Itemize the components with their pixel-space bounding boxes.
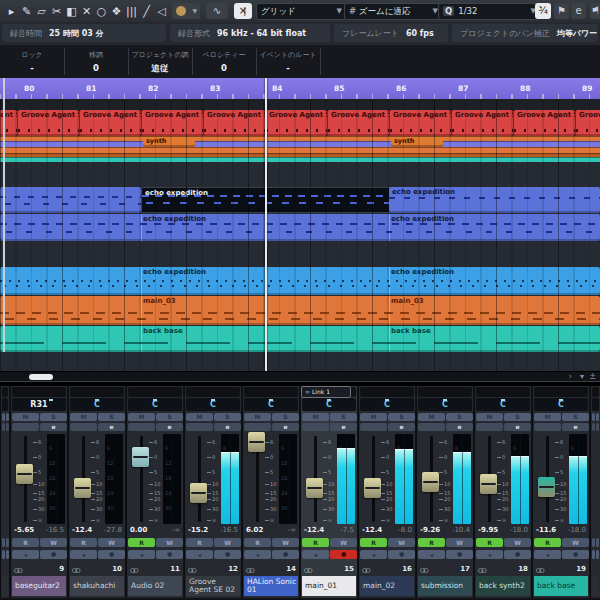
solo-button[interactable]: S [272,413,299,421]
mute-button[interactable] [592,413,595,421]
quantize-dropdown[interactable]: Q1/32▼ [438,3,540,20]
mixer-channel-strip[interactable] [0,386,9,598]
midi-clip[interactable]: echo expeditionecho expedition [0,214,600,241]
monitor-button[interactable]: ◂ [302,550,329,559]
listen-button[interactable] [128,423,155,431]
pan-control[interactable] [592,398,599,411]
read-automation-button[interactable]: R [70,538,97,547]
solo-button[interactable]: S [446,413,473,421]
fader-cap[interactable] [190,483,207,503]
horizontal-scrollbar[interactable]: › ▾ ± [0,371,600,381]
read-automation-button[interactable]: R [12,538,39,547]
mixer-channel-strip[interactable]: R31MSe60510152030∞612182430-5.65-16.5RW◂… [10,386,67,598]
channel-name[interactable]: back base [534,576,588,596]
edit-channel-button[interactable]: e [214,423,241,431]
mute-button[interactable]: M [476,413,503,421]
mixer-channel-strip[interactable]: CMSe60510152030∞612182430-9.26-10.4RW◂●○… [416,386,473,598]
channel-name[interactable]: back synth2 [476,576,530,596]
mute-button[interactable]: M [418,413,445,421]
solo-button[interactable] [596,413,599,421]
pan-control[interactable]: C [476,398,530,411]
edit-channel-button[interactable] [596,423,599,431]
mute-button[interactable]: M [244,413,271,421]
record-arm-button[interactable] [6,550,9,559]
channel-name[interactable]: submission [418,576,472,596]
monitor-button[interactable]: ◂ [70,550,97,559]
solo-button[interactable]: S [504,413,531,421]
monitor-button[interactable]: ◂ [244,550,271,559]
solo-button[interactable] [6,413,9,421]
event-info-item[interactable]: ロック- [0,48,65,75]
scroll-right-icon[interactable]: › [569,372,572,381]
triplet-grid-button[interactable]: ¾ [535,3,551,19]
scrollbar-thumb[interactable] [29,374,53,380]
iterative-quantize-button[interactable]: ⚑ [554,3,569,19]
pan-control[interactable]: R31 [12,398,66,411]
mute-button[interactable]: M [360,413,387,421]
monitor-button[interactable]: ◂ [534,550,561,559]
pan-control[interactable]: C [128,398,182,411]
read-automation-button[interactable]: R [476,538,503,547]
listen-button[interactable] [186,423,213,431]
mute-button[interactable]: M [70,413,97,421]
channel-name[interactable] [592,576,599,596]
record-arm-button[interactable]: ● [562,550,589,559]
solo-button[interactable]: S [40,413,67,421]
midi-clip-synth[interactable]: synth [143,137,195,147]
listen-button[interactable] [302,423,329,431]
zoom-fit-dropdown[interactable]: # ズームに適応▼ [344,3,442,20]
event-info-item[interactable]: プロジェクトの調追従 [128,48,193,75]
write-automation-button[interactable]: W [504,538,531,547]
write-automation-button[interactable]: W [330,538,357,547]
read-automation-button[interactable]: R [128,538,155,547]
comp-tool-icon[interactable]: ||| [124,1,139,23]
record-arm-button[interactable] [596,550,599,559]
draw-tool-icon[interactable]: ✎ [19,1,34,23]
channel-name[interactable]: HALion Sonic 01 [244,576,298,596]
timeline-ruler[interactable]: 80818283848586878889 [0,78,600,101]
audio-clip[interactable]: Groove Agent SE [513,110,575,136]
pan-control[interactable]: C [534,398,588,411]
playhead-cursor[interactable] [265,78,267,371]
mute-tool-icon[interactable]: ✕ [79,1,94,23]
write-automation-button[interactable]: W [214,538,241,547]
read-automation-button[interactable]: R [186,538,213,547]
fader-cap[interactable] [538,477,555,497]
lane-collapsed-4[interactable] [0,157,600,162]
split-tool-icon[interactable]: ✂ [49,1,64,23]
write-automation-button[interactable]: W [388,538,415,547]
mute-button[interactable]: M [128,413,155,421]
listen-button[interactable] [476,423,503,431]
line-tool-icon[interactable]: ╱ [139,1,154,23]
record-arm-button[interactable]: ● [446,550,473,559]
fader-cap[interactable] [16,464,33,484]
monitor-button[interactable] [592,550,595,559]
audio-clip[interactable]: Groove Agent SE [327,110,389,136]
record-arm-button[interactable]: ● [40,550,67,559]
read-automation-button[interactable]: R [244,538,271,547]
edit-channel-button[interactable]: e [98,423,125,431]
midi-clip[interactable] [0,187,141,213]
right-divider-button[interactable]: ⚑ [590,3,600,19]
midi-clip-synth[interactable]: synth [391,137,443,147]
mixer-channel-strip[interactable] [590,386,600,598]
record-arm-button[interactable]: ● [504,550,531,559]
audio-clip[interactable]: Groove Agent SE [265,110,327,136]
channel-name[interactable]: main_02 [360,576,414,596]
erase-tool-icon[interactable]: ▱ [34,1,49,23]
pan-control[interactable]: C [418,398,472,411]
edit-channel-button[interactable]: e [40,423,67,431]
read-automation-button[interactable] [2,538,5,547]
mixer-channel-strip[interactable]: CMSe60510152030∞6121824306.02-∞RW◂●○○14H… [242,386,299,598]
monitor-button[interactable]: ◂ [128,550,155,559]
mixer-channel-strip[interactable]: CMSe60510152030∞612182430-9.95-18.0RW◂●○… [474,386,531,598]
channel-name[interactable]: Audio 02 [128,576,182,596]
read-automation-button[interactable] [592,538,595,547]
fader-cap[interactable] [306,478,323,498]
midi-clip[interactable]: back baseback base [0,326,600,352]
edit-channel-button[interactable]: e [156,423,183,431]
audio-clip[interactable]: Groove Agent SE [203,110,265,136]
mixer-channel-strip[interactable]: CMSe60510152030∞612182430-15.2-16.5RW◂●○… [184,386,241,598]
pan-control[interactable]: C [70,398,124,411]
fader-cap[interactable] [248,432,265,452]
